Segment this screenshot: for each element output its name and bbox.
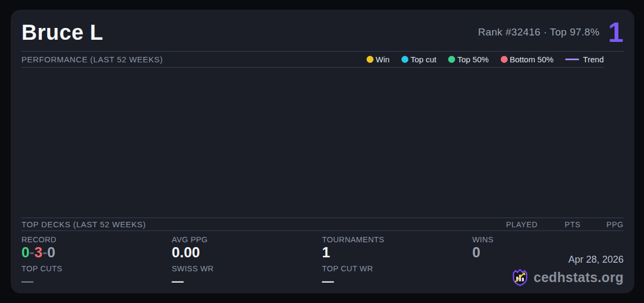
brand-row: cedhstats.org [511, 268, 624, 287]
top-cuts-value: — [21, 274, 172, 290]
stat-col-tournaments: TOURNAMENTS 1 TOP CUT WR — [322, 235, 472, 288]
record-losses: 3 [34, 244, 42, 261]
top-decks-section-title: TOP DECKS (LAST 52 WEEKS) [21, 220, 146, 229]
page-title: Bruce L [21, 20, 103, 45]
tournaments-value: 1 [322, 245, 472, 261]
footer-branding: Apr 28, 2026 cedhstats.org [511, 254, 624, 287]
rank-text: Rank #32416 · Top 97.8% [478, 26, 599, 38]
legend-item-trend: Trend [565, 55, 604, 64]
tournaments-label: TOURNAMENTS [322, 235, 472, 244]
column-header-played: PLAYED [495, 220, 538, 229]
stat-col-record: RECORD 0-3-0 TOP CUTS — [21, 235, 172, 288]
player-stats-card: Bruce L Rank #32416 · Top 97.8% 1 PERFOR… [11, 10, 634, 293]
legend-item-bottom50: Bottom 50% [501, 55, 554, 64]
record-draws: 0 [47, 244, 55, 261]
column-header-ppg: PPG [581, 220, 624, 229]
legend-label: Win [376, 55, 390, 64]
swiss-wr-label: SWISS WR [172, 264, 322, 273]
legend-label: Top 50% [457, 55, 488, 64]
stats-summary: RECORD 0-3-0 TOP CUTS — AVG PPG 0.00 SWI… [21, 231, 624, 288]
record-wins: 0 [21, 244, 30, 261]
card-header: Bruce L Rank #32416 · Top 97.8% 1 [21, 18, 624, 52]
avg-ppg-label: AVG PPG [172, 235, 322, 244]
legend-label: Bottom 50% [510, 55, 554, 64]
top-cuts-label: TOP CUTS [21, 264, 172, 273]
top-cut-wr-value: — [322, 274, 472, 290]
chart-legend: Win Top cut Top 50% Bottom 50% Trend [367, 55, 604, 64]
brand-wordmark[interactable]: cedhstats.org [533, 270, 624, 285]
win-dot-icon [367, 56, 374, 63]
bottom50-dot-icon [501, 56, 508, 63]
snapshot-date: Apr 28, 2026 [511, 254, 624, 265]
record-separator: - [30, 244, 34, 261]
top-decks-columns: PLAYED PTS PPG [495, 220, 624, 229]
cedhstats-logo-icon [511, 268, 529, 287]
wins-label: WINS [472, 235, 623, 244]
legend-item-top50: Top 50% [448, 55, 488, 64]
top-decks-header: TOP DECKS (LAST 52 WEEKS) PLAYED PTS PPG [21, 218, 624, 231]
topcut-dot-icon [401, 56, 408, 63]
swiss-wr-value: — [172, 274, 322, 290]
big-rank-number: 1 [608, 20, 624, 45]
rank-summary: Rank #32416 · Top 97.8% 1 [478, 20, 624, 45]
performance-chart [21, 68, 624, 218]
record-value: 0-3-0 [21, 245, 172, 261]
performance-header: PERFORMANCE (LAST 52 WEEKS) Win Top cut … [21, 52, 604, 68]
record-separator: - [42, 244, 47, 261]
avg-ppg-value: 0.00 [172, 245, 322, 261]
stat-col-avg-ppg: AVG PPG 0.00 SWISS WR — [172, 235, 322, 288]
record-label: RECORD [21, 235, 172, 244]
column-header-pts: PTS [538, 220, 581, 229]
legend-item-topcut: Top cut [401, 55, 436, 64]
top50-dot-icon [448, 56, 455, 63]
legend-label: Trend [583, 55, 604, 64]
trend-line-icon [565, 59, 579, 60]
top-cut-wr-label: TOP CUT WR [322, 264, 472, 273]
performance-section-title: PERFORMANCE (LAST 52 WEEKS) [21, 55, 163, 64]
legend-label: Top cut [411, 55, 436, 64]
legend-item-win: Win [367, 55, 390, 64]
